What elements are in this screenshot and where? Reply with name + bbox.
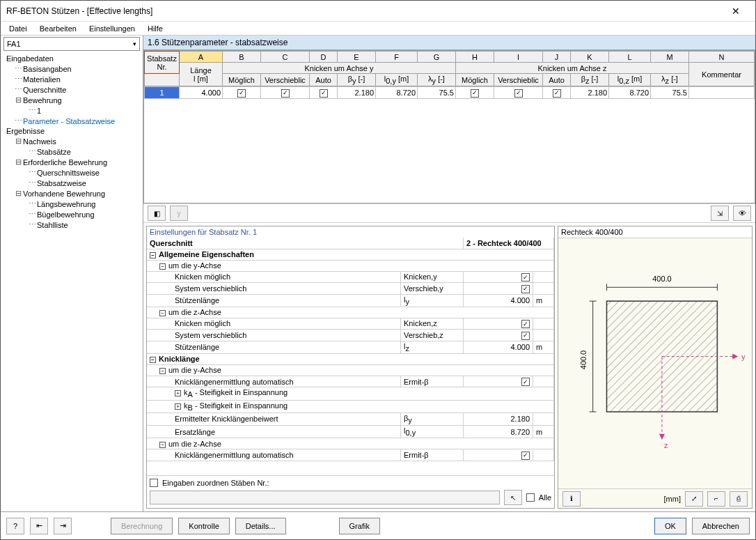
berechnung-button[interactable]: Berechnung	[111, 518, 173, 534]
prop-title: Einstellungen für Stabsatz Nr. 1	[147, 226, 554, 238]
section-header: 1.6 Stützenparameter - stabsatzweise	[143, 36, 755, 50]
tree-bewehrung-1[interactable]: ⋯1	[1, 105, 143, 116]
band-knicken-y: Knicken um Achse y	[223, 63, 456, 74]
preview-title: Rechteck 400/400	[558, 226, 752, 238]
tree-parameter-stabsatzweise[interactable]: ⋯Parameter - Stabsatzweise	[1, 116, 143, 126]
prop-table[interactable]: Querschnitt2 - Rechteck 400/400 −Allgeme…	[147, 238, 554, 475]
grid-toolbar: ◧ y ⇲	[143, 203, 755, 223]
tree-laengs[interactable]: ⋯Längsbewehrung	[1, 199, 143, 209]
col-stabsatz: StabsatzNr.	[145, 52, 180, 74]
pick-icon[interactable]: ↖	[504, 490, 522, 505]
sidebar: FA1 ▾ Eingabedaten ⋯Basisangaben ⋯Materi…	[1, 36, 143, 511]
export-icon[interactable]: ⇲	[711, 206, 729, 221]
tree-section-ergebnisse[interactable]: Ergebnisse	[1, 126, 143, 136]
col-N: Kommentar	[689, 63, 755, 86]
assign-checkbox[interactable]	[150, 479, 158, 487]
menu-einstellungen[interactable]: Einstellungen	[84, 23, 141, 34]
checkbox[interactable]: ✓	[320, 89, 328, 98]
chevron-down-icon: ▾	[133, 40, 136, 47]
checkbox[interactable]: ✓	[237, 89, 246, 98]
svg-marker-9	[732, 354, 738, 360]
assign-panel: Eingaben zuordnen Stäben Nr.: ↖ Alle	[147, 475, 554, 508]
kontrolle-button[interactable]: Kontrolle	[178, 518, 229, 534]
footer: ? ⇤ ⇥ Berechnung Kontrolle Details... Gr…	[1, 511, 755, 539]
zoom-fit-icon[interactable]: ⤢	[685, 491, 703, 507]
svg-marker-11	[659, 434, 665, 440]
checkbox[interactable]: ✓	[471, 89, 479, 98]
menu-bearbeiten[interactable]: Bearbeiten	[34, 23, 82, 34]
help-icon[interactable]: ?	[6, 518, 24, 534]
dim-top: 400.0	[652, 275, 671, 283]
app-window: RF-BETON Stützen - [Effective lengths] ✕…	[0, 0, 756, 540]
axis-z: z	[664, 441, 668, 449]
tree-stabsaetze[interactable]: ⋯Stabsätze	[1, 146, 143, 157]
filter-icon[interactable]: ◧	[148, 206, 166, 221]
tree-nachweis[interactable]: ⊟Nachweis	[1, 136, 143, 146]
abbrechen-button[interactable]: Abbrechen	[692, 518, 750, 534]
menubar: Datei Bearbeiten Einstellungen Hilfe	[1, 22, 755, 36]
tree-section-eingabedaten[interactable]: Eingabedaten	[1, 54, 143, 63]
checkbox[interactable]: ✓	[281, 89, 290, 98]
preview-panel: Rechteck 400/400 40	[558, 226, 753, 509]
tree-stahlliste[interactable]: ⋯Stahlliste	[1, 219, 143, 230]
col-A: Längel [m]	[180, 63, 223, 86]
alle-label: Alle	[539, 493, 551, 502]
view-icon[interactable]	[733, 206, 751, 221]
tree-querschnittsweise[interactable]: ⋯Querschnittsweise	[1, 167, 143, 178]
cross-section-view[interactable]: 400.0 400.0 y z	[558, 238, 752, 488]
combo-value: FA1	[7, 40, 21, 48]
tree-querschnitte[interactable]: ⋯Querschnitte	[1, 84, 143, 95]
properties-panel: Einstellungen für Stabsatz Nr. 1 Quersch…	[146, 226, 555, 509]
axis-y: y	[741, 353, 746, 361]
tree-stabsatzweise[interactable]: ⋯Stabsatzweise	[1, 178, 143, 188]
tree-materialien[interactable]: ⋯Materialien	[1, 74, 143, 84]
table-row[interactable]: 1 4.000 ✓ ✓ ✓ 2.180 8.720 75.5 ✓ ✓ ✓ 2.1…	[145, 87, 755, 99]
band-knicken-z: Knicken um Achse z	[456, 63, 689, 74]
checkbox[interactable]: ✓	[514, 89, 523, 98]
menu-datei[interactable]: Datei	[3, 23, 33, 34]
close-icon[interactable]: ✕	[722, 6, 750, 17]
tree-vorhandene[interactable]: ⊟Vorhandene Bewehrung	[1, 188, 143, 199]
assign-input[interactable]	[150, 491, 500, 504]
row-nr: 1	[145, 87, 180, 99]
window-title: RF-BETON Stützen - [Effective lengths]	[6, 6, 722, 16]
assign-label: Eingaben zuordnen Stäben Nr.:	[162, 479, 269, 487]
tree-basisangaben[interactable]: ⋯Basisangaben	[1, 63, 143, 74]
unit-label: [mm]	[664, 495, 681, 503]
info-icon[interactable]: ℹ	[562, 491, 581, 507]
tree-buegel[interactable]: ⋯Bügelbewehrung	[1, 209, 143, 219]
main-panel: 1.6 Stützenparameter - stabsatzweise Sta…	[143, 36, 755, 511]
menu-hilfe[interactable]: Hilfe	[142, 23, 168, 34]
loadcase-combo[interactable]: FA1 ▾	[3, 37, 140, 51]
axis-icon[interactable]: ⌐	[707, 491, 725, 507]
details-button[interactable]: Details...	[235, 518, 286, 534]
grafik-button[interactable]: Grafik	[339, 518, 380, 534]
tree-erforderliche[interactable]: ⊟Erforderliche Bewehrung	[1, 157, 143, 167]
titlebar: RF-BETON Stützen - [Effective lengths] ✕	[1, 1, 755, 22]
tree-bewehrung[interactable]: ⊟Bewehrung	[1, 95, 143, 105]
prev-icon[interactable]: ⇤	[30, 518, 48, 534]
ok-button[interactable]: OK	[654, 518, 686, 534]
param-grid[interactable]: StabsatzNr. A B C D E F G H I J K L M	[143, 50, 755, 203]
alle-checkbox[interactable]	[526, 493, 535, 502]
next-icon[interactable]: ⇥	[54, 518, 72, 534]
checkbox[interactable]: ✓	[553, 89, 561, 98]
dim-left: 400.0	[579, 350, 588, 369]
nav-tree: Eingabedaten ⋯Basisangaben ⋯Materialien …	[1, 52, 143, 511]
print-icon[interactable]: ⎙	[730, 491, 748, 507]
y-icon[interactable]: y	[170, 206, 188, 221]
